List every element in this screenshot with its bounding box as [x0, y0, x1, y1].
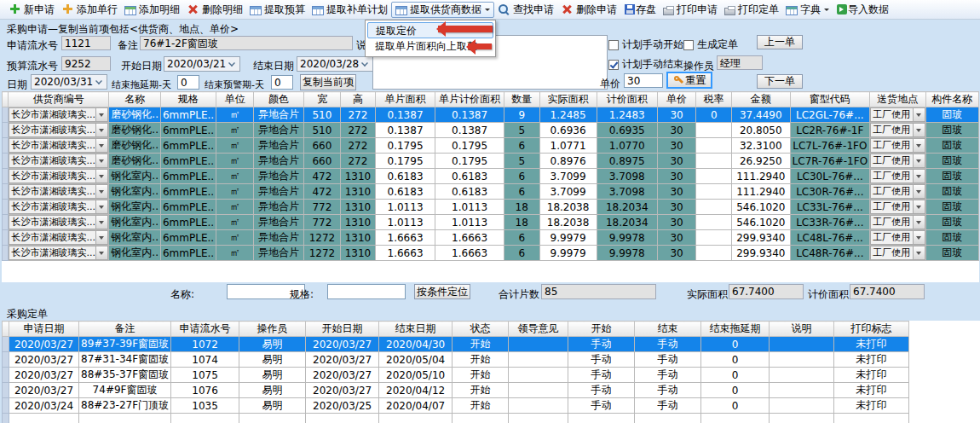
dropdown-arrow-icon[interactable]: [95, 108, 107, 121]
toolbar-button-add-row[interactable]: 添加单行: [58, 2, 121, 18]
toolbar-button-import-data[interactable]: 导入数据: [833, 2, 892, 18]
cell-unit[interactable]: ㎡: [216, 215, 254, 230]
column-header-end[interactable]: 结束: [635, 322, 701, 337]
cell-name[interactable]: 磨砂钢化..: [109, 123, 161, 138]
cell-status[interactable]: 开始: [453, 383, 509, 398]
cell-status[interactable]: 开始: [453, 337, 509, 352]
cell-delay[interactable]: 0: [701, 368, 770, 383]
column-header-start[interactable]: 开始: [568, 322, 635, 337]
chevron-down-icon[interactable]: [228, 60, 235, 67]
chevron-down-icon[interactable]: [95, 78, 102, 84]
cell-delay[interactable]: 0: [701, 383, 770, 398]
cell-print_flag[interactable]: 未打印: [834, 383, 909, 398]
cell-actual_area[interactable]: 1.0771: [539, 138, 597, 154]
end-date-select[interactable]: 2020/03/28: [297, 56, 373, 72]
cell-piece_area[interactable]: 1.0113: [375, 215, 435, 230]
table-row[interactable]: 2020/03/2788#35-37F窗固玻1075易明2020/03/2720…: [3, 368, 909, 383]
cell-unit[interactable]: ㎡: [216, 200, 254, 215]
cell-piece_area[interactable]: 0.1795: [375, 138, 435, 154]
cell-price_area[interactable]: 0.8975: [597, 154, 657, 169]
cell-end[interactable]: [635, 414, 701, 423]
cell-unit_price[interactable]: 30: [657, 184, 696, 200]
cell-piece_area[interactable]: 0.6183: [375, 184, 435, 200]
cell-start_date[interactable]: 2020/03/25: [306, 398, 379, 414]
cell-piece_price_area[interactable]: 1.0113: [435, 215, 504, 230]
cell-piece_area[interactable]: 0.6183: [375, 169, 435, 184]
table-row[interactable]: 2020/03/2774#9F窗固玻1076易明2020/03/272020/0…: [3, 383, 909, 398]
dropdown-arrow-icon[interactable]: [913, 200, 925, 213]
cell-price_area[interactable]: 9.9978: [597, 246, 657, 261]
cell-sel[interactable]: [3, 154, 9, 169]
dropdown-arrow-icon[interactable]: [913, 170, 925, 183]
cell-delivery[interactable]: 工厂使用: [870, 200, 925, 215]
cell-unit[interactable]: ㎡: [216, 154, 254, 169]
cell-price_area[interactable]: 1.0770: [597, 138, 657, 154]
cell-piece_price_area[interactable]: 1.0113: [435, 200, 504, 215]
toolbar-button-find-request[interactable]: 查找申请: [494, 2, 557, 18]
cell-price_area[interactable]: 18.2034: [597, 200, 657, 215]
column-header-color[interactable]: 颜色: [254, 92, 304, 107]
cell-serial[interactable]: 1035: [171, 398, 239, 414]
table-row[interactable]: 长沙市潇湘玻璃实...磨砂钢化..6mmPLE..㎡异地合片5102720.13…: [3, 107, 979, 123]
cell-name[interactable]: 磨砂钢化..: [109, 107, 161, 123]
cell-end[interactable]: 手动: [635, 383, 701, 398]
dropdown-arrow-icon[interactable]: [913, 124, 925, 136]
table-row[interactable]: 长沙市潇湘玻璃实...钢化室内..6mmPLE..㎡异地合片47213100.6…: [3, 169, 979, 184]
cell-sel[interactable]: [3, 169, 9, 184]
cell-serial[interactable]: 1076: [171, 383, 239, 398]
cell-actual_area[interactable]: 1.2485: [539, 107, 597, 123]
cell-width[interactable]: 472: [303, 184, 340, 200]
cell-delay[interactable]: 0: [701, 352, 770, 368]
cell-actual_area[interactable]: 9.9979: [539, 230, 597, 246]
cell-color[interactable]: 异地合片: [254, 138, 304, 154]
cell-spec[interactable]: 6mmPLE..: [160, 215, 216, 230]
cell-height[interactable]: 272: [341, 107, 376, 123]
dropdown-arrow-icon[interactable]: [913, 139, 925, 152]
cell-win_code[interactable]: LC33R-76#...: [790, 215, 870, 230]
cell-height[interactable]: 1310: [341, 246, 376, 261]
cell-note[interactable]: 74#9F窗固玻: [79, 383, 171, 398]
cell-end[interactable]: 手动: [635, 398, 701, 414]
cell-name[interactable]: 钢化室内..: [109, 246, 161, 261]
cell-delivery[interactable]: 工厂使用: [870, 169, 925, 184]
cell-qty[interactable]: 6: [504, 230, 539, 246]
dropdown-arrow-icon[interactable]: [95, 139, 107, 152]
column-header-qty[interactable]: 数量: [504, 92, 539, 107]
locate-by-condition-button[interactable]: 按条件定位: [414, 284, 470, 299]
cell-name[interactable]: 钢化室内..: [109, 200, 161, 215]
cell-part[interactable]: 固玻: [925, 107, 978, 123]
cell-amount[interactable]: 299.9340: [732, 246, 791, 261]
cell-piece_price_area[interactable]: 0.1795: [435, 138, 504, 154]
cell-end_date[interactable]: 2020/05/04: [379, 352, 453, 368]
cell-part[interactable]: 固玻: [925, 184, 978, 200]
table-row[interactable]: 2020/03/2789#37-39F窗固玻1072易明2020/03/2720…: [3, 337, 909, 352]
table-row[interactable]: 长沙市潇湘玻璃实...磨砂钢化..6mmPLE..㎡异地合片5102720.13…: [3, 123, 979, 138]
cell-sel[interactable]: [3, 200, 9, 215]
dropdown-arrow-icon[interactable]: [913, 246, 925, 259]
cell-unit_price[interactable]: 30: [657, 154, 696, 169]
cell-tax[interactable]: [696, 200, 732, 215]
table-row[interactable]: 长沙市潇湘玻璃实...钢化室内..6mmPLE..㎡异地合片127213101.…: [3, 230, 979, 246]
cell-sel[interactable]: [3, 138, 9, 154]
cell-note[interactable]: [79, 414, 171, 423]
toolbar-button-add-detail[interactable]: 添加明细: [121, 2, 183, 18]
cell-req_date[interactable]: 2020/03/27: [9, 337, 79, 352]
column-header-name[interactable]: 名称: [109, 92, 161, 107]
cell-start[interactable]: 手动: [568, 398, 635, 414]
copy-current-button[interactable]: 复制当前项: [300, 74, 356, 90]
table-row[interactable]: 长沙市潇湘玻璃实...磨砂钢化..6mmPLE..㎡异地合片6602720.17…: [3, 154, 979, 169]
cell-unit[interactable]: ㎡: [216, 138, 254, 154]
toolbar-button-new-request[interactable]: 新申请: [5, 2, 58, 18]
cell-end_date[interactable]: 2020/04/07: [379, 398, 453, 414]
cell-color[interactable]: 异地合片: [254, 184, 304, 200]
cell-unit[interactable]: ㎡: [216, 246, 254, 261]
cell-sel[interactable]: [3, 230, 9, 246]
cell-supplier[interactable]: 长沙市潇湘玻璃实...: [9, 169, 109, 184]
cell-unit_price[interactable]: 30: [657, 123, 696, 138]
cell-tax[interactable]: [696, 215, 732, 230]
start-date-select[interactable]: 2020/03/21: [164, 56, 240, 72]
cell-piece_area[interactable]: 0.1795: [375, 154, 435, 169]
cell-name[interactable]: 钢化室内..: [109, 184, 161, 200]
cell-unit_price[interactable]: 30: [657, 138, 696, 154]
cell-req_date[interactable]: [9, 414, 79, 423]
